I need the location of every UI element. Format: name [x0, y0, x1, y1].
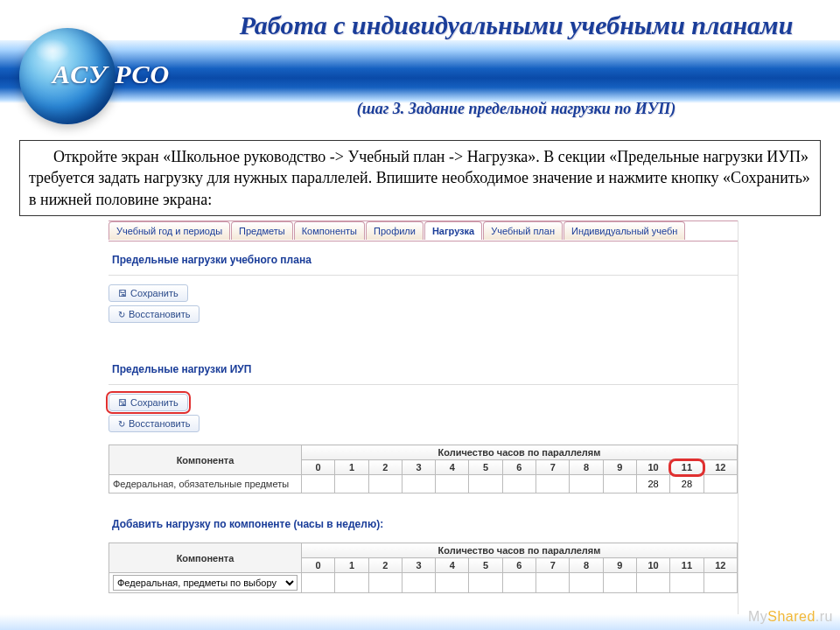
input-11[interactable] [677, 477, 696, 491]
col-7: 7 [536, 558, 570, 573]
restore-icon [118, 309, 125, 319]
input3-1[interactable] [342, 576, 361, 590]
input-3[interactable] [410, 477, 429, 491]
col-10: 10 [636, 460, 669, 475]
input3-6[interactable] [509, 576, 528, 590]
cell3-10[interactable] [636, 573, 669, 593]
cell3-5[interactable] [469, 573, 502, 593]
component-header: Компонента [109, 543, 302, 573]
col-10: 10 [636, 558, 669, 573]
restore-button-2[interactable]: Восстановить [108, 415, 200, 432]
tab-2[interactable]: Компоненты [294, 221, 365, 240]
input-1[interactable] [342, 477, 361, 491]
input-9[interactable] [610, 477, 629, 491]
col-9: 9 [603, 558, 636, 573]
cell3-0[interactable] [302, 573, 335, 593]
col-8: 8 [570, 460, 603, 475]
col-11: 11 [670, 558, 704, 573]
page-title: Работа с индивидуальными учебными планам… [210, 9, 822, 42]
tab-4[interactable]: Нагрузка [424, 221, 482, 240]
input3-2[interactable] [375, 576, 395, 590]
input3-3[interactable] [410, 576, 429, 590]
app-screenshot: Учебный год и периодыПредметыКомпонентыП… [108, 220, 738, 614]
section2-title: Предельные нагрузки ИУП [108, 351, 738, 382]
save-label: Сохранить [130, 397, 178, 408]
cell3-12[interactable] [704, 573, 737, 593]
component-select-cell[interactable]: Федеральная, предметы по выбору [109, 573, 302, 593]
input3-12[interactable] [710, 576, 730, 590]
input-10[interactable] [644, 477, 663, 491]
input-7[interactable] [543, 477, 563, 491]
input-0[interactable] [309, 477, 328, 491]
tab-bar: Учебный год и периодыПредметыКомпонентыП… [108, 220, 738, 240]
cell-0[interactable] [302, 475, 335, 494]
save-button-2[interactable]: Сохранить [108, 394, 188, 411]
input3-8[interactable] [577, 576, 596, 590]
tab-3[interactable]: Профили [366, 221, 424, 240]
cell3-2[interactable] [368, 573, 402, 593]
col-3: 3 [402, 558, 435, 573]
input3-9[interactable] [610, 576, 629, 590]
input-2[interactable] [375, 477, 395, 491]
tab-5[interactable]: Учебный план [483, 221, 563, 240]
tab-1[interactable]: Предметы [231, 221, 293, 240]
cell-6[interactable] [502, 475, 536, 494]
cell-7[interactable] [536, 475, 570, 494]
component-select[interactable]: Федеральная, предметы по выбору [113, 575, 298, 591]
col-4: 4 [436, 460, 469, 475]
cell-1[interactable] [335, 475, 368, 494]
cell3-8[interactable] [570, 573, 603, 593]
cell-4[interactable] [436, 475, 469, 494]
cell-8[interactable] [570, 475, 603, 494]
load-table: КомпонентаКоличество часов по параллелям… [108, 444, 738, 494]
tab-0[interactable]: Учебный год и периоды [108, 221, 230, 240]
save-button-1[interactable]: Сохранить [108, 284, 188, 302]
col-4: 4 [436, 558, 469, 573]
input3-0[interactable] [309, 576, 328, 590]
restore-label: Восстановить [129, 418, 190, 429]
input-12[interactable] [710, 477, 730, 491]
input3-5[interactable] [476, 576, 495, 590]
cell-11[interactable] [670, 475, 704, 494]
cell3-11[interactable] [670, 573, 704, 593]
col-0: 0 [302, 558, 335, 573]
input-4[interactable] [443, 477, 462, 491]
hours-header: Количество часов по параллелям [302, 543, 738, 558]
input3-10[interactable] [644, 576, 663, 590]
col-7: 7 [536, 460, 570, 475]
instruction-box: Откройте экран «Школьное руководство -> … [19, 140, 821, 216]
cell-9[interactable] [603, 475, 636, 494]
row-label: Федеральная, обязательные предметы [109, 475, 302, 494]
cell3-3[interactable] [402, 573, 435, 593]
input3-4[interactable] [443, 576, 462, 590]
save-icon [118, 288, 127, 298]
col-1: 1 [335, 460, 368, 475]
col-2: 2 [368, 558, 402, 573]
input-6[interactable] [509, 477, 528, 491]
input-5[interactable] [476, 477, 495, 491]
cell3-6[interactable] [502, 573, 536, 593]
col-6: 6 [502, 460, 536, 475]
col-2: 2 [368, 460, 402, 475]
restore-label: Восстановить [129, 309, 190, 319]
input-8[interactable] [577, 477, 596, 491]
cell3-7[interactable] [536, 573, 570, 593]
restore-button-1[interactable]: Восстановить [108, 305, 200, 323]
page-subtitle: (шаг 3. Задание предельной нагрузки по И… [210, 100, 822, 118]
input3-7[interactable] [543, 576, 563, 590]
cell-5[interactable] [469, 475, 502, 494]
save-label: Сохранить [130, 288, 178, 298]
cell3-9[interactable] [603, 573, 636, 593]
cell3-1[interactable] [335, 573, 368, 593]
section3-title: Добавить нагрузку по компоненте (часы в … [108, 506, 738, 537]
watermark: MyShared.ru [748, 609, 833, 625]
cell-10[interactable] [636, 475, 669, 494]
input3-11[interactable] [677, 576, 696, 590]
col-1: 1 [335, 558, 368, 573]
cell3-4[interactable] [436, 573, 469, 593]
cell-12[interactable] [704, 475, 737, 494]
cell-2[interactable] [368, 475, 402, 494]
add-load-table: КомпонентаКоличество часов по параллелям… [108, 542, 738, 593]
tab-6[interactable]: Индивидуальный учебн [564, 221, 685, 240]
cell-3[interactable] [402, 475, 435, 494]
